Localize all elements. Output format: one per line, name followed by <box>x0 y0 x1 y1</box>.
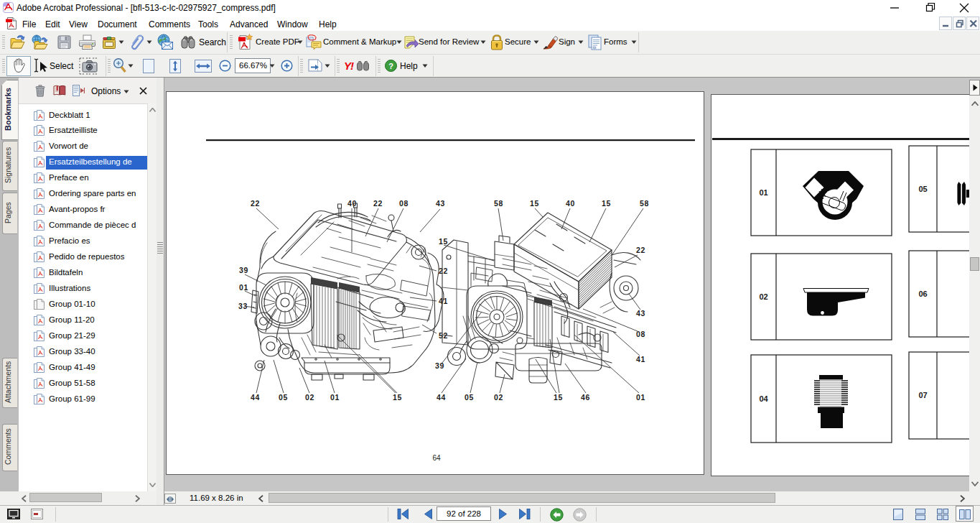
svg-text:44: 44 <box>437 393 446 402</box>
svg-text:58: 58 <box>640 199 649 208</box>
svg-text:22: 22 <box>636 246 645 254</box>
svg-text:15: 15 <box>530 199 539 208</box>
svg-text:43: 43 <box>636 309 645 318</box>
svg-text:15: 15 <box>554 393 563 402</box>
svg-text:40: 40 <box>566 199 575 208</box>
svg-text:39: 39 <box>435 361 444 370</box>
svg-text:05: 05 <box>279 393 288 402</box>
svg-text:22: 22 <box>439 267 448 275</box>
svg-text:01: 01 <box>759 188 767 197</box>
svg-text:43: 43 <box>436 199 445 208</box>
svg-text:58: 58 <box>494 199 503 208</box>
svg-text:01: 01 <box>239 283 248 292</box>
svg-text:06: 06 <box>918 290 927 298</box>
svg-text:15: 15 <box>439 237 448 246</box>
svg-text:02: 02 <box>759 292 767 301</box>
svg-text:64: 64 <box>432 454 441 462</box>
svg-text:05: 05 <box>918 185 927 193</box>
svg-text:08: 08 <box>399 199 409 208</box>
svg-text:41: 41 <box>636 355 645 364</box>
svg-text:15: 15 <box>602 199 611 208</box>
svg-text:22: 22 <box>251 199 260 208</box>
svg-text:?: ? <box>388 62 393 70</box>
svg-text:02: 02 <box>305 393 314 402</box>
svg-text:05: 05 <box>465 393 474 402</box>
svg-text:39: 39 <box>239 266 248 274</box>
svg-text:22: 22 <box>373 199 383 208</box>
svg-text:44: 44 <box>251 393 260 402</box>
svg-text:02: 02 <box>494 393 503 402</box>
svg-text:15: 15 <box>393 393 402 402</box>
svg-text:01: 01 <box>330 393 340 402</box>
svg-text:04: 04 <box>759 394 768 403</box>
svg-text:07: 07 <box>918 391 927 399</box>
svg-text:46: 46 <box>581 393 590 402</box>
svg-text:01: 01 <box>636 393 645 402</box>
